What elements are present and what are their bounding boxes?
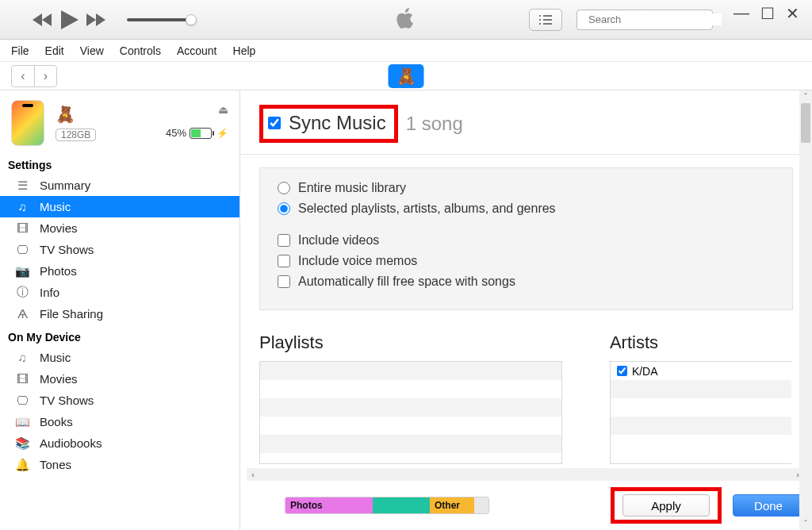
audiobooks-icon: 📚 <box>14 436 30 451</box>
checkbox-label: Include videos <box>298 233 379 248</box>
device-header: 🧸 128GB ⏏ 45% ⚡ <box>0 90 239 152</box>
menu-file[interactable]: File <box>11 44 29 57</box>
horizontal-scrollbar[interactable]: ‹ › <box>247 468 804 481</box>
list-item[interactable] <box>260 417 561 435</box>
forward-button[interactable] <box>86 10 108 30</box>
books-icon: 📖 <box>14 415 30 429</box>
list-item[interactable] <box>260 380 561 398</box>
sidebar-label: File Sharing <box>40 307 103 321</box>
artist-name: K/DA <box>632 365 658 378</box>
sidebar-label: TV Shows <box>40 394 94 407</box>
main-area: 🧸 128GB ⏏ 45% ⚡ Settings ☰Summary ♫Music… <box>0 90 812 530</box>
scroll-thumb[interactable] <box>801 103 810 143</box>
sidebar-item-movies[interactable]: 🎞Movies <box>0 217 239 239</box>
storage-seg-free <box>474 497 488 513</box>
sync-music-title: Sync Music <box>289 112 386 134</box>
playback-controls <box>0 10 192 30</box>
nav-forward-button[interactable]: › <box>34 66 56 86</box>
sidebar-label: TV Shows <box>40 243 94 256</box>
search-input[interactable] <box>588 13 722 25</box>
list-item[interactable] <box>611 417 791 435</box>
battery-percent: 45% <box>166 127 186 139</box>
info-icon: ⓘ <box>14 285 30 300</box>
sync-header: Sync Music 1 song <box>240 90 812 155</box>
device-capacity-badge: 128GB <box>56 129 96 141</box>
sidebar-device-tvshows[interactable]: 🖵TV Shows <box>0 390 239 411</box>
sidebar-device-music[interactable]: ♫Music <box>0 347 239 368</box>
list-item[interactable] <box>260 435 561 453</box>
artists-column: Artists K/DA <box>610 332 791 464</box>
scroll-down-arrow[interactable]: ˇ <box>799 517 812 530</box>
sidebar-item-info[interactable]: ⓘInfo <box>0 282 239 303</box>
rewind-button[interactable] <box>32 10 54 30</box>
storage-seg-other: Other <box>430 497 474 513</box>
sync-options: Entire music library Selected playlists,… <box>259 167 793 310</box>
list-item[interactable] <box>260 362 561 380</box>
search-field[interactable] <box>576 10 713 30</box>
artist-checkbox[interactable] <box>617 366 627 376</box>
volume-slider[interactable] <box>127 18 192 21</box>
sidebar-device-audiobooks[interactable]: 📚Audiobooks <box>0 432 239 454</box>
list-item[interactable] <box>611 435 791 453</box>
svg-marker-3 <box>86 13 96 26</box>
menu-edit[interactable]: Edit <box>45 44 64 57</box>
done-button[interactable]: Done <box>733 494 804 517</box>
list-view-button[interactable] <box>529 9 562 31</box>
lists-section: Playlists Artists K/DA <box>240 325 812 464</box>
scroll-left-arrow[interactable]: ‹ <box>247 468 259 481</box>
sidebar-item-summary[interactable]: ☰Summary <box>0 175 239 196</box>
sidebar-device-books[interactable]: 📖Books <box>0 411 239 432</box>
sync-music-checkbox[interactable] <box>268 117 281 129</box>
eject-icon[interactable]: ⏏ <box>218 103 228 116</box>
list-item[interactable] <box>611 380 791 398</box>
menu-help[interactable]: Help <box>233 44 256 57</box>
list-item-kda[interactable]: K/DA <box>611 362 791 380</box>
sidebar-label: Summary <box>40 179 90 192</box>
sidebar-item-tvshows[interactable]: 🖵TV Shows <box>0 239 239 260</box>
menu-view[interactable]: View <box>80 44 104 57</box>
titlebar-right: — ☐ ✕ <box>529 9 799 31</box>
nav-back-button[interactable]: ‹ <box>12 66 34 86</box>
artists-title: Artists <box>610 332 791 353</box>
radio-selected[interactable]: Selected playlists, artists, albums, and… <box>278 202 778 216</box>
sidebar-label: Tones <box>40 458 71 471</box>
music-icon: ♫ <box>14 200 30 213</box>
maximize-button[interactable]: ☐ <box>760 4 775 23</box>
checkbox-include-voice[interactable]: Include voice memos <box>278 254 778 268</box>
sidebar-label: Movies <box>40 221 78 235</box>
artists-listbox[interactable]: K/DA <box>610 361 791 464</box>
checkbox-autofill[interactable]: Automatically fill free space with songs <box>278 275 778 289</box>
radio-label: Entire music library <box>298 181 406 195</box>
list-item[interactable] <box>260 398 561 417</box>
sidebar-item-photos[interactable]: 📷Photos <box>0 260 239 282</box>
minimize-button[interactable]: — <box>733 4 749 22</box>
sidebar-item-filesharing[interactable]: ѦFile Sharing <box>0 303 239 325</box>
content-pane: Sync Music 1 song Entire music library S… <box>240 90 812 530</box>
apple-logo-icon <box>394 6 418 33</box>
menu-controls[interactable]: Controls <box>120 44 161 57</box>
sidebar: 🧸 128GB ⏏ 45% ⚡ Settings ☰Summary ♫Music… <box>0 90 240 530</box>
movies-icon: 🎞 <box>14 221 30 235</box>
radio-entire-library[interactable]: Entire music library <box>278 181 778 195</box>
tv-icon: 🖵 <box>14 394 30 407</box>
camera-icon: 📷 <box>14 264 30 278</box>
svg-marker-0 <box>33 13 42 26</box>
close-button[interactable]: ✕ <box>786 4 799 23</box>
scroll-up-arrow[interactable]: ˆ <box>799 90 812 103</box>
vertical-scrollbar[interactable]: ˆ ˇ <box>799 90 812 530</box>
checkbox-include-videos[interactable]: Include videos <box>278 233 778 248</box>
sidebar-device-movies[interactable]: 🎞Movies <box>0 368 239 390</box>
radio-label: Selected playlists, artists, albums, and… <box>298 202 556 216</box>
device-bear-icon: 🧸 <box>56 106 75 123</box>
title-bar: — ☐ ✕ <box>0 0 812 40</box>
list-item[interactable] <box>611 398 791 417</box>
playlists-listbox[interactable] <box>259 361 562 464</box>
menu-account[interactable]: Account <box>177 44 217 57</box>
device-chip[interactable]: 🧸 <box>389 64 424 88</box>
svg-marker-4 <box>96 13 105 26</box>
sidebar-device-tones[interactable]: 🔔Tones <box>0 454 239 475</box>
apply-button[interactable]: Apply <box>622 494 710 517</box>
sidebar-item-music[interactable]: ♫Music <box>0 196 239 217</box>
storage-bar: Photos Other <box>285 497 489 514</box>
play-button[interactable] <box>59 10 81 30</box>
